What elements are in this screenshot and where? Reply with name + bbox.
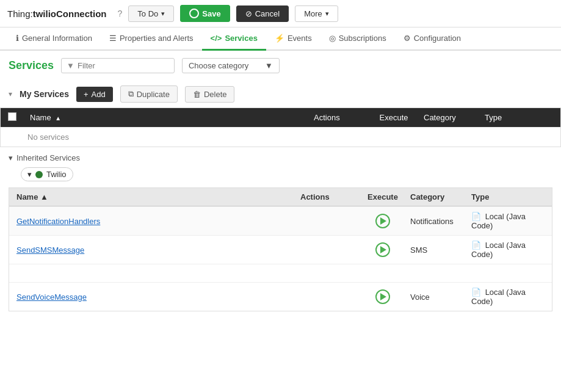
name-col-header: Name ▲ xyxy=(27,113,311,122)
doc-icon: 📄 xyxy=(471,288,481,297)
tab-configuration[interactable]: ⚙ Configuration xyxy=(395,27,469,51)
filter-input-wrap: ▼ xyxy=(61,58,175,73)
no-services-row: No services xyxy=(1,127,560,147)
name-sort-icon: ▲ xyxy=(55,115,61,122)
more-button[interactable]: More ▾ xyxy=(295,5,338,22)
duplicate-button[interactable]: ⧉ Duplicate xyxy=(120,85,178,103)
delete-button[interactable]: 🗑 Delete xyxy=(185,86,235,103)
add-button[interactable]: + Add xyxy=(76,87,113,102)
page-title: Thing:twilioConnection xyxy=(7,9,107,19)
my-services-toggle[interactable]: ▾ xyxy=(9,90,12,98)
configuration-icon: ⚙ xyxy=(404,34,411,43)
tab-general[interactable]: ℹ General Information xyxy=(7,27,101,51)
more-dropdown-arrow: ▾ xyxy=(325,10,329,18)
tab-services[interactable]: </> Services xyxy=(202,27,266,51)
checkbox-header[interactable] xyxy=(5,112,27,123)
execute-play-button[interactable] xyxy=(375,214,390,228)
play-triangle-icon xyxy=(380,293,386,300)
divider-row xyxy=(9,264,552,282)
category-dropdown[interactable]: Choose category ▼ xyxy=(182,58,280,73)
general-info-icon: ℹ xyxy=(16,34,19,43)
twilio-dot-icon xyxy=(35,171,43,178)
tab-properties[interactable]: ☰ Properties and Alerts xyxy=(101,27,202,51)
cancel-button[interactable]: ⊘ Cancel xyxy=(236,5,289,22)
add-icon: + xyxy=(84,90,89,99)
type-col-header: Type xyxy=(482,113,556,122)
doc-icon: 📄 xyxy=(471,241,481,250)
table-row: SendVoiceMessage Voice 📄 Local (Java Cod… xyxy=(9,282,552,311)
play-triangle-icon xyxy=(380,217,386,225)
service-name-link[interactable]: SendVoiceMessage xyxy=(16,292,87,302)
inherited-table-header: Name ▲ Actions Execute Category Type xyxy=(9,188,552,206)
filter-input[interactable] xyxy=(78,61,169,70)
services-title: Services xyxy=(9,59,54,72)
services-toolbar: Services ▼ Choose category ▼ xyxy=(0,51,561,81)
twilio-badge[interactable]: ▾ Twilio xyxy=(21,167,73,181)
delete-icon: 🗑 xyxy=(193,90,201,99)
actions-col-header: Actions xyxy=(311,113,366,122)
my-services-label: My Services xyxy=(20,89,69,99)
service-name-link[interactable]: SendSMSMessage xyxy=(16,245,84,255)
play-triangle-icon xyxy=(380,246,386,253)
tab-events[interactable]: ⚡ Events xyxy=(266,27,320,51)
subscriptions-icon: ◎ xyxy=(329,34,336,43)
services-icon: </> xyxy=(211,34,222,43)
inh-name-col: Name ▲ xyxy=(16,192,300,201)
inherited-chevron-icon: ▾ xyxy=(9,153,13,162)
inh-category-col: Category xyxy=(410,192,471,201)
todo-dropdown-arrow: ▾ xyxy=(161,10,165,18)
inherited-table: Name ▲ Actions Execute Category Type Get… xyxy=(9,187,552,311)
tab-subscriptions[interactable]: ◎ Subscriptions xyxy=(320,27,395,51)
service-name-link[interactable]: GetNotificationHandlers xyxy=(16,217,100,226)
save-button[interactable]: Save xyxy=(180,5,230,22)
my-services-table-header: Name ▲ Actions Execute Category Type xyxy=(1,108,560,127)
duplicate-icon: ⧉ xyxy=(128,89,134,99)
header: Thing:twilioConnection ? To Do ▾ Save ⊘ … xyxy=(0,0,561,27)
table-row: GetNotificationHandlers Notifications 📄 … xyxy=(9,206,552,235)
category-chevron-icon: ▼ xyxy=(265,61,273,70)
cancel-icon: ⊘ xyxy=(245,9,252,18)
nav-tabs: ℹ General Information ☰ Properties and A… xyxy=(0,27,561,51)
events-icon: ⚡ xyxy=(275,34,284,43)
filter-icon: ▼ xyxy=(67,61,74,70)
inh-actions-col: Actions xyxy=(300,192,355,201)
my-services-table: Name ▲ Actions Execute Category Type No … xyxy=(0,107,561,147)
select-all-checkbox[interactable] xyxy=(8,112,16,121)
properties-icon: ☰ xyxy=(109,34,117,43)
inh-name-sort-icon: ▲ xyxy=(40,192,48,201)
twilio-chevron-icon: ▾ xyxy=(27,170,32,179)
inh-execute-col: Execute xyxy=(355,192,410,201)
execute-play-button[interactable] xyxy=(375,242,390,257)
doc-icon: 📄 xyxy=(471,212,481,221)
my-services-section-header: ▾ My Services + Add ⧉ Duplicate 🗑 Delete xyxy=(0,81,561,107)
execute-col-header: Execute xyxy=(366,113,421,122)
inh-type-col: Type xyxy=(471,192,545,201)
inherited-toggle[interactable]: ▾ Inherited Services xyxy=(9,153,552,162)
help-icon[interactable]: ? xyxy=(118,9,123,18)
save-circle-icon xyxy=(189,9,199,18)
inherited-services-section: ▾ Inherited Services ▾ Twilio Name ▲ Act… xyxy=(0,147,561,314)
execute-play-button[interactable] xyxy=(375,289,390,304)
table-row: SendSMSMessage SMS 📄 Local (Java Code) xyxy=(9,235,552,264)
category-col-header: Category xyxy=(421,113,482,122)
todo-button[interactable]: To Do ▾ xyxy=(128,5,174,22)
